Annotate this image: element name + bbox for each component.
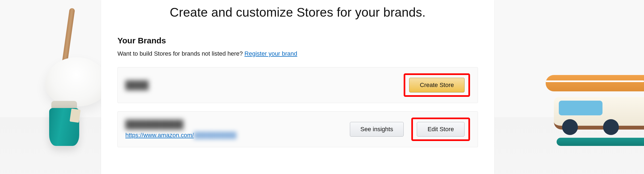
brand-store-url[interactable]: https://www.amazon.com/██████████ [125, 132, 237, 139]
annotation-highlight-box: Edit Store [411, 118, 470, 141]
register-brand-link[interactable]: Register your brand [244, 50, 297, 57]
see-insights-button[interactable]: See insights [350, 122, 404, 137]
brand-url-prefix: https://www.amazon.com/ [125, 132, 194, 139]
bg-right-props [540, 75, 644, 146]
brand-url-redacted-tail: ██████████ [194, 132, 237, 139]
brand-row: ██████████ https://www.amazon.com/██████… [117, 111, 478, 147]
register-brand-subline: Want to build Stores for brands not list… [117, 50, 478, 57]
bg-jar-prop [49, 101, 79, 146]
your-brands-section: Your Brands Want to build Stores for bra… [101, 36, 494, 147]
brand-row: ████ Create Store [117, 67, 478, 103]
annotation-highlight-box: Create Store [404, 73, 470, 97]
stores-panel: Create and customize Stores for your bra… [101, 0, 494, 174]
edit-store-button[interactable]: Edit Store [417, 122, 465, 137]
page-title: Create and customize Stores for your bra… [101, 5, 494, 20]
create-store-button[interactable]: Create Store [409, 78, 465, 92]
brand-name-redacted: ████ [125, 80, 149, 90]
brand-name-redacted: ██████████ [125, 120, 237, 129]
subline-text: Want to build Stores for brands not list… [117, 50, 244, 57]
section-title-your-brands: Your Brands [117, 36, 478, 45]
